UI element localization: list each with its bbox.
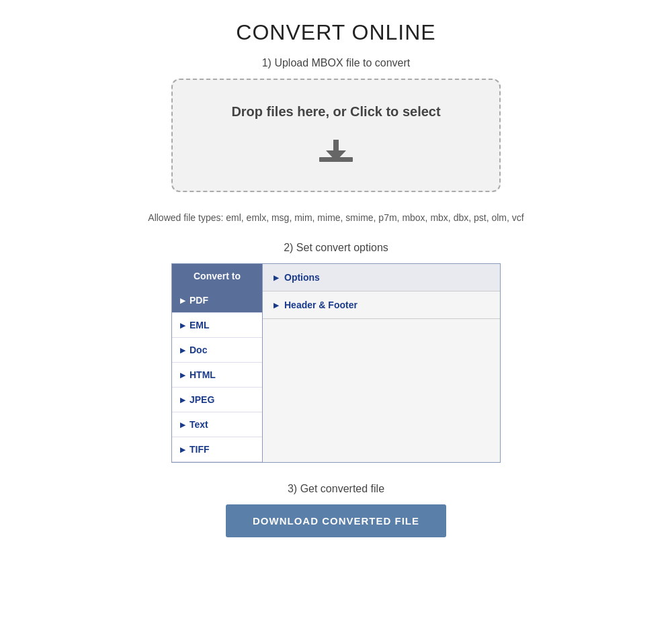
page-title: CONVERT ONLINE [236,20,435,45]
header-footer-arrow-icon: ▶ [274,302,279,309]
arrow-icon-html: ▶ [180,371,185,379]
options-header[interactable]: ▶ Options [263,264,500,291]
format-item-pdf[interactable]: ▶ PDF [172,288,262,313]
options-panel: ▶ Options ▶ Header & Footer [263,264,500,462]
arrow-icon-jpeg: ▶ [180,396,185,404]
format-label-pdf: PDF [190,295,208,306]
arrow-icon-text: ▶ [180,421,185,429]
options-header-label: Options [284,272,320,283]
format-label-tiff: TIFF [190,444,210,455]
format-item-tiff[interactable]: ▶ TIFF [172,437,262,462]
download-converted-file-button[interactable]: DOWNLOAD CONVERTED FILE [226,504,446,537]
step3-label: 3) Get converted file [288,483,384,495]
step2-label: 2) Set convert options [284,242,388,254]
format-item-jpeg[interactable]: ▶ JPEG [172,388,262,412]
drop-zone-text: Drop files here, or Click to select [231,104,440,120]
options-arrow-icon: ▶ [274,274,279,281]
arrow-icon-pdf: ▶ [180,297,185,304]
header-footer-toggle[interactable]: ▶ Header & Footer [263,291,500,318]
format-item-text[interactable]: ▶ Text [172,412,262,437]
format-label-text: Text [190,419,208,430]
format-label-jpeg: JPEG [190,394,214,405]
format-label-doc: Doc [190,345,207,355]
convert-to-header: Convert to [172,264,262,288]
allowed-types-label: Allowed file types: eml, emlx, msg, mim,… [148,212,523,223]
convert-to-sidebar: Convert to ▶ PDF ▶ EML ▶ Doc ▶ HTML ▶ JP… [172,264,263,462]
format-item-html[interactable]: ▶ HTML [172,363,262,388]
format-item-eml[interactable]: ▶ EML [172,313,262,338]
upload-icon [316,133,356,167]
arrow-icon-doc: ▶ [180,347,185,354]
header-footer-section: ▶ Header & Footer [263,291,500,319]
format-label-html: HTML [190,369,216,380]
options-section: ▶ Options [263,264,500,291]
format-item-doc[interactable]: ▶ Doc [172,338,262,363]
arrow-icon-eml: ▶ [180,322,185,329]
drop-zone[interactable]: Drop files here, or Click to select [171,79,501,192]
format-label-eml: EML [190,320,210,330]
step1-label: 1) Upload MBOX file to convert [262,57,411,69]
convert-options-container: Convert to ▶ PDF ▶ EML ▶ Doc ▶ HTML ▶ JP… [171,263,501,463]
header-footer-label: Header & Footer [284,300,358,310]
arrow-icon-tiff: ▶ [180,446,185,453]
